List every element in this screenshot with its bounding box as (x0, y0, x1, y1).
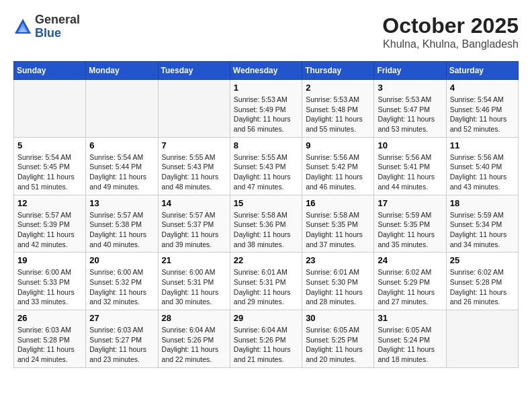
calendar-cell: 16Sunrise: 5:58 AM Sunset: 5:35 PM Dayli… (302, 195, 374, 253)
weekday-header-saturday: Saturday (446, 62, 518, 80)
day-number: 12 (17, 198, 82, 208)
calendar-week-3: 12Sunrise: 5:57 AM Sunset: 5:39 PM Dayli… (14, 195, 519, 253)
day-number: 22 (234, 255, 298, 265)
day-number: 23 (306, 255, 370, 265)
day-info: Sunrise: 5:58 AM Sunset: 5:36 PM Dayligh… (234, 210, 298, 250)
calendar-cell: 2Sunrise: 5:53 AM Sunset: 5:48 PM Daylig… (302, 80, 374, 138)
calendar-cell: 27Sunrise: 6:03 AM Sunset: 5:27 PM Dayli… (86, 310, 158, 368)
day-info: Sunrise: 6:04 AM Sunset: 5:26 PM Dayligh… (234, 325, 298, 365)
calendar-cell: 18Sunrise: 5:59 AM Sunset: 5:34 PM Dayli… (446, 195, 518, 253)
day-number: 16 (306, 198, 370, 208)
day-info: Sunrise: 5:56 AM Sunset: 5:40 PM Dayligh… (450, 152, 515, 192)
weekday-header-wednesday: Wednesday (230, 62, 302, 80)
day-info: Sunrise: 5:57 AM Sunset: 5:37 PM Dayligh… (162, 210, 226, 250)
day-number: 31 (378, 313, 442, 323)
weekday-header-friday: Friday (374, 62, 446, 80)
calendar-table: SundayMondayTuesdayWednesdayThursdayFrid… (13, 61, 519, 368)
day-info: Sunrise: 6:00 AM Sunset: 5:33 PM Dayligh… (17, 267, 82, 307)
day-info: Sunrise: 5:54 AM Sunset: 5:45 PM Dayligh… (17, 152, 82, 192)
day-info: Sunrise: 6:01 AM Sunset: 5:31 PM Dayligh… (234, 267, 298, 307)
calendar-cell: 21Sunrise: 6:00 AM Sunset: 5:31 PM Dayli… (158, 253, 230, 310)
location-text: Khulna, Khulna, Bangladesh (382, 38, 519, 50)
weekday-header-tuesday: Tuesday (158, 62, 230, 80)
day-number: 21 (162, 255, 226, 265)
calendar-cell: 15Sunrise: 5:58 AM Sunset: 5:36 PM Dayli… (230, 195, 302, 253)
day-info: Sunrise: 6:00 AM Sunset: 5:31 PM Dayligh… (162, 267, 226, 307)
logo: General Blue (13, 13, 80, 40)
weekday-header-monday: Monday (86, 62, 158, 80)
day-info: Sunrise: 5:54 AM Sunset: 5:46 PM Dayligh… (450, 95, 515, 134)
calendar-cell (14, 80, 86, 138)
day-info: Sunrise: 5:56 AM Sunset: 5:41 PM Dayligh… (378, 152, 442, 192)
calendar-cell: 24Sunrise: 6:02 AM Sunset: 5:29 PM Dayli… (374, 253, 446, 310)
day-info: Sunrise: 5:54 AM Sunset: 5:44 PM Dayligh… (89, 152, 154, 192)
calendar-cell: 12Sunrise: 5:57 AM Sunset: 5:39 PM Dayli… (14, 195, 86, 253)
calendar-week-5: 26Sunrise: 6:03 AM Sunset: 5:28 PM Dayli… (14, 310, 519, 368)
day-info: Sunrise: 5:55 AM Sunset: 5:43 PM Dayligh… (234, 152, 298, 192)
day-number: 15 (234, 198, 298, 208)
calendar-cell: 10Sunrise: 5:56 AM Sunset: 5:41 PM Dayli… (374, 137, 446, 195)
day-number: 6 (89, 140, 154, 150)
calendar-cell: 31Sunrise: 6:05 AM Sunset: 5:24 PM Dayli… (374, 310, 446, 368)
calendar-cell: 7Sunrise: 5:55 AM Sunset: 5:43 PM Daylig… (158, 137, 230, 195)
day-info: Sunrise: 6:02 AM Sunset: 5:28 PM Dayligh… (450, 267, 515, 307)
day-number: 4 (450, 83, 515, 93)
day-number: 2 (306, 83, 370, 93)
day-number: 10 (378, 140, 442, 150)
calendar-cell: 28Sunrise: 6:04 AM Sunset: 5:26 PM Dayli… (158, 310, 230, 368)
day-info: Sunrise: 5:57 AM Sunset: 5:39 PM Dayligh… (17, 210, 82, 250)
calendar-cell: 30Sunrise: 6:05 AM Sunset: 5:25 PM Dayli… (302, 310, 374, 368)
day-info: Sunrise: 6:05 AM Sunset: 5:25 PM Dayligh… (306, 325, 370, 365)
page-header: General Blue October 2025 Khulna, Khulna… (13, 13, 519, 50)
calendar-cell: 23Sunrise: 6:01 AM Sunset: 5:30 PM Dayli… (302, 253, 374, 310)
day-info: Sunrise: 6:01 AM Sunset: 5:30 PM Dayligh… (306, 267, 370, 307)
day-number: 29 (234, 313, 298, 323)
calendar-cell: 19Sunrise: 6:00 AM Sunset: 5:33 PM Dayli… (14, 253, 86, 310)
title-block: October 2025 Khulna, Khulna, Bangladesh (382, 13, 519, 50)
day-number: 9 (306, 140, 370, 150)
logo-blue-text: Blue (35, 26, 61, 40)
day-number: 18 (450, 198, 515, 208)
day-info: Sunrise: 6:03 AM Sunset: 5:28 PM Dayligh… (17, 325, 82, 365)
calendar-cell: 20Sunrise: 6:00 AM Sunset: 5:32 PM Dayli… (86, 253, 158, 310)
day-info: Sunrise: 5:57 AM Sunset: 5:38 PM Dayligh… (89, 210, 154, 250)
weekday-header-row: SundayMondayTuesdayWednesdayThursdayFrid… (14, 62, 519, 80)
day-info: Sunrise: 5:58 AM Sunset: 5:35 PM Dayligh… (306, 210, 370, 250)
day-number: 5 (17, 140, 82, 150)
calendar-cell (86, 80, 158, 138)
month-title: October 2025 (382, 13, 519, 38)
calendar-cell: 29Sunrise: 6:04 AM Sunset: 5:26 PM Dayli… (230, 310, 302, 368)
calendar-cell: 25Sunrise: 6:02 AM Sunset: 5:28 PM Dayli… (446, 253, 518, 310)
day-number: 3 (378, 83, 442, 93)
calendar-cell: 17Sunrise: 5:59 AM Sunset: 5:35 PM Dayli… (374, 195, 446, 253)
day-info: Sunrise: 5:53 AM Sunset: 5:48 PM Dayligh… (306, 95, 370, 134)
calendar-cell: 5Sunrise: 5:54 AM Sunset: 5:45 PM Daylig… (14, 137, 86, 195)
day-number: 26 (17, 313, 82, 323)
day-number: 8 (234, 140, 298, 150)
day-info: Sunrise: 6:04 AM Sunset: 5:26 PM Dayligh… (162, 325, 226, 365)
day-info: Sunrise: 5:56 AM Sunset: 5:42 PM Dayligh… (306, 152, 370, 192)
day-number: 1 (234, 83, 298, 93)
weekday-header-thursday: Thursday (302, 62, 374, 80)
day-info: Sunrise: 6:02 AM Sunset: 5:29 PM Dayligh… (378, 267, 442, 307)
day-number: 13 (89, 198, 154, 208)
day-number: 19 (17, 255, 82, 265)
logo-general-text: General (35, 13, 80, 26)
calendar-cell: 4Sunrise: 5:54 AM Sunset: 5:46 PM Daylig… (446, 80, 518, 138)
day-number: 28 (162, 313, 226, 323)
weekday-header-sunday: Sunday (14, 62, 86, 80)
logo-icon (13, 17, 32, 36)
calendar-cell: 14Sunrise: 5:57 AM Sunset: 5:37 PM Dayli… (158, 195, 230, 253)
day-number: 14 (162, 198, 226, 208)
day-info: Sunrise: 5:59 AM Sunset: 5:35 PM Dayligh… (378, 210, 442, 250)
calendar-week-2: 5Sunrise: 5:54 AM Sunset: 5:45 PM Daylig… (14, 137, 519, 195)
day-number: 24 (378, 255, 442, 265)
day-info: Sunrise: 6:00 AM Sunset: 5:32 PM Dayligh… (89, 267, 154, 307)
calendar-cell: 8Sunrise: 5:55 AM Sunset: 5:43 PM Daylig… (230, 137, 302, 195)
day-number: 17 (378, 198, 442, 208)
day-info: Sunrise: 5:53 AM Sunset: 5:49 PM Dayligh… (234, 95, 298, 134)
calendar-week-1: 1Sunrise: 5:53 AM Sunset: 5:49 PM Daylig… (14, 80, 519, 138)
calendar-cell (158, 80, 230, 138)
day-info: Sunrise: 5:59 AM Sunset: 5:34 PM Dayligh… (450, 210, 515, 250)
calendar-cell: 3Sunrise: 5:53 AM Sunset: 5:47 PM Daylig… (374, 80, 446, 138)
